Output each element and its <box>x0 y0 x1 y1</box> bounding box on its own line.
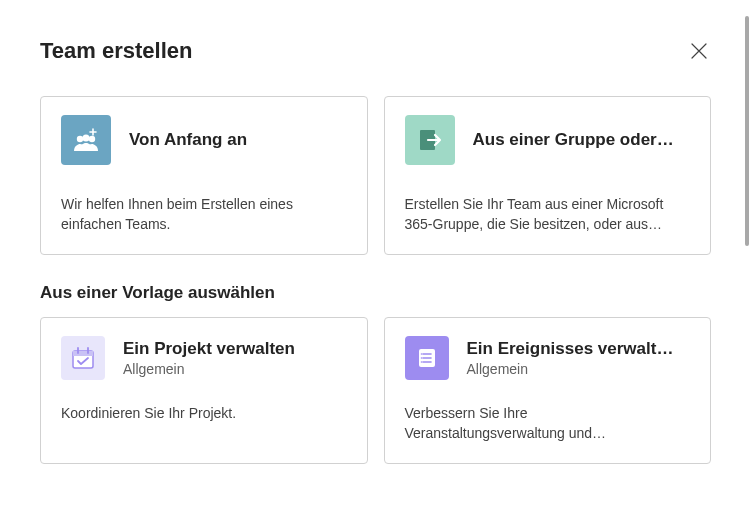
card-description: Koordinieren Sie Ihr Projekt. <box>61 404 347 424</box>
card-title-block: Ein Ereignisses verwalt… Allgemein <box>467 339 674 377</box>
svg-rect-5 <box>73 351 93 356</box>
card-title: Aus einer Gruppe oder… <box>473 130 674 150</box>
svg-point-2 <box>89 136 95 142</box>
card-description: Verbessern Sie Ihre Veranstaltungsverwal… <box>405 404 691 443</box>
checklist-icon <box>405 336 449 380</box>
card-header: Ein Ereignisses verwalt… Allgemein <box>405 336 691 380</box>
templates-section-title: Aus einer Vorlage auswählen <box>40 283 711 303</box>
create-team-dialog: Team erstellen <box>0 0 751 512</box>
templates-grid: Ein Projekt verwalten Allgemein Koordini… <box>40 317 711 464</box>
card-title: Von Anfang an <box>129 130 247 150</box>
card-header: Ein Projekt verwalten Allgemein <box>61 336 347 380</box>
card-category: Allgemein <box>123 361 295 377</box>
close-button[interactable] <box>687 39 711 63</box>
card-title: Ein Projekt verwalten <box>123 339 295 359</box>
people-plus-icon <box>61 115 111 165</box>
calendar-check-icon <box>61 336 105 380</box>
card-description: Wir helfen Ihnen beim Erstellen eines ei… <box>61 195 347 234</box>
import-arrow-icon <box>405 115 455 165</box>
card-title-block: Aus einer Gruppe oder… <box>473 130 674 150</box>
svg-point-14 <box>420 361 422 363</box>
close-icon <box>691 43 707 59</box>
card-header: Von Anfang an <box>61 115 347 165</box>
card-description: Erstellen Sie Ihr Team aus einer Microso… <box>405 195 691 234</box>
card-from-group[interactable]: Aus einer Gruppe oder… Erstellen Sie Ihr… <box>384 96 712 255</box>
card-title-block: Von Anfang an <box>129 130 247 150</box>
svg-point-12 <box>420 353 422 355</box>
card-from-scratch[interactable]: Von Anfang an Wir helfen Ihnen beim Erst… <box>40 96 368 255</box>
creation-options-grid: Von Anfang an Wir helfen Ihnen beim Erst… <box>40 96 711 255</box>
card-title: Ein Ereignisses verwalt… <box>467 339 674 359</box>
scrollbar-thumb[interactable] <box>745 16 749 246</box>
dialog-title: Team erstellen <box>40 38 192 64</box>
svg-point-1 <box>82 134 89 141</box>
card-template-project[interactable]: Ein Projekt verwalten Allgemein Koordini… <box>40 317 368 464</box>
dialog-header: Team erstellen <box>40 38 711 64</box>
card-title-block: Ein Projekt verwalten Allgemein <box>123 339 295 377</box>
svg-point-13 <box>420 357 422 359</box>
card-template-event[interactable]: Ein Ereignisses verwalt… Allgemein Verbe… <box>384 317 712 464</box>
svg-point-0 <box>77 136 83 142</box>
card-category: Allgemein <box>467 361 674 377</box>
card-header: Aus einer Gruppe oder… <box>405 115 691 165</box>
